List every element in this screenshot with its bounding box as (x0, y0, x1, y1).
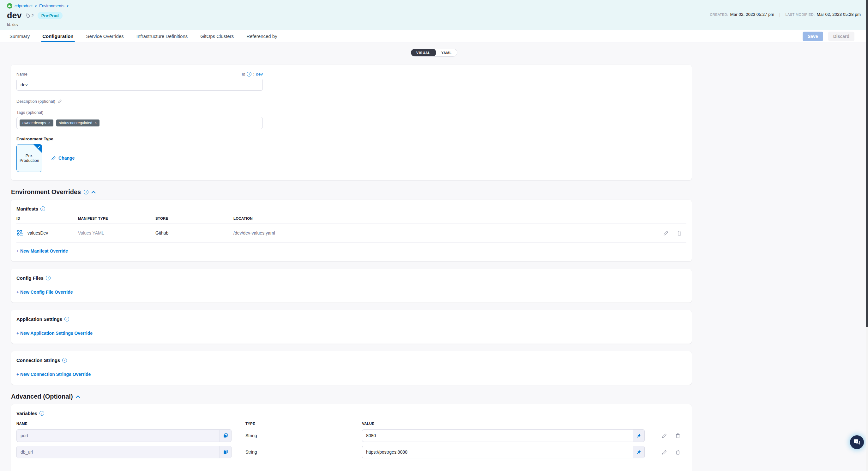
id-value-link[interactable]: dev (256, 72, 263, 77)
save-button[interactable]: Save (803, 32, 823, 41)
new-application-settings-override-link[interactable]: + New Application Settings Override (17, 331, 93, 336)
edit-variable-button[interactable] (662, 433, 667, 438)
page-header: cdproduct > Environments > dev 2 Pre-Pro… (0, 0, 868, 30)
new-manifest-override-link[interactable]: + New Manifest Override (17, 248, 68, 254)
copy-icon (223, 433, 228, 438)
info-icon[interactable]: i (39, 411, 44, 416)
change-env-type-link[interactable]: Change (51, 155, 74, 160)
variable-name-input[interactable] (17, 446, 219, 458)
variables-title: Variables (17, 411, 37, 416)
edit-manifest-button[interactable] (663, 230, 669, 236)
delete-variable-button[interactable] (675, 433, 680, 438)
created-label: CREATED: (710, 13, 728, 17)
edit-description-icon[interactable] (58, 99, 62, 104)
info-icon[interactable]: i (40, 206, 45, 211)
tab-configuration[interactable]: Configuration (42, 30, 73, 42)
tab-gitops-clusters[interactable]: GitOps Clusters (200, 30, 234, 42)
tag-chip-label: status:nonregulated (59, 121, 92, 125)
variable-row: String (17, 429, 686, 442)
visual-yaml-toggle: VISUAL YAML (411, 49, 458, 57)
discard-button[interactable]: Discard (828, 32, 855, 41)
tab-infrastructure-definitions[interactable]: Infrastructure Definitions (136, 30, 188, 42)
page-title: dev (7, 11, 22, 20)
tags-label: Tags (optional) (17, 110, 686, 115)
pin-value-button[interactable] (633, 446, 645, 458)
variable-name-input[interactable] (17, 429, 219, 442)
tab-referenced-by[interactable]: Referenced by (246, 30, 277, 42)
variable-value-group (362, 429, 645, 442)
breadcrumb-environments-link[interactable]: Environments (39, 3, 64, 8)
breadcrumb-separator: > (67, 4, 69, 8)
pre-prod-badge: Pre-Prod (38, 12, 63, 19)
variable-row-actions (662, 433, 680, 438)
help-chat-button[interactable]: ? (850, 435, 864, 449)
delete-manifest-button[interactable] (677, 230, 682, 236)
name-label: Name (17, 72, 28, 77)
chevron-up-icon[interactable] (76, 395, 80, 398)
new-connection-strings-override-link[interactable]: + New Connection Strings Override (17, 372, 91, 377)
new-config-file-override-link[interactable]: + New Config File Override (17, 290, 73, 295)
manifest-id-cell: valuesDev (17, 230, 78, 237)
info-icon[interactable]: i (46, 276, 51, 281)
scrollbar-track[interactable] (866, 0, 868, 471)
copy-variable-button[interactable] (219, 429, 231, 442)
variable-row: String (17, 446, 686, 458)
variable-value-input[interactable] (362, 446, 633, 458)
manifest-store: Github (155, 230, 234, 235)
pin-value-button[interactable] (633, 429, 645, 442)
tag-chip-label: owner:devops (23, 121, 46, 125)
check-icon: ✓ (38, 145, 41, 149)
manifests-title: Manifests (17, 206, 38, 211)
tag-chip: status:nonregulated × (56, 119, 99, 126)
environment-overrides-header: Environment Overrides i (11, 188, 692, 196)
pin-icon (637, 450, 641, 454)
breadcrumb-project-link[interactable]: cdproduct (14, 3, 33, 8)
trash-icon (677, 230, 682, 236)
remove-tag-icon[interactable]: × (94, 121, 97, 125)
pencil-icon (51, 156, 56, 160)
advanced-title: Advanced (Optional) (11, 393, 73, 400)
column-manifest-type: MANIFEST TYPE (78, 216, 155, 220)
advanced-header: Advanced (Optional) (11, 393, 692, 400)
main-column: Name Id i : dev Description (optional) T… (11, 65, 692, 471)
copy-variable-button[interactable] (219, 446, 231, 458)
connection-strings-title-row: Connection Strings i (17, 357, 686, 363)
pencil-icon (663, 230, 669, 236)
scrollbar-thumb[interactable] (866, 0, 868, 327)
name-input[interactable] (17, 79, 263, 91)
column-store: STORE (155, 216, 234, 220)
info-icon[interactable]: i (84, 190, 88, 195)
env-type-card-label: Pre-Production (18, 153, 41, 163)
column-type: TYPE (245, 422, 362, 425)
info-icon[interactable]: i (64, 317, 69, 322)
tab-summary[interactable]: Summary (9, 30, 30, 42)
variable-value-group (362, 446, 645, 458)
environment-id: Id: dev (7, 23, 868, 27)
manifests-title-row: Manifests i (17, 206, 686, 211)
id-inline: Id i : dev (242, 72, 263, 77)
chevron-up-icon[interactable] (91, 190, 96, 194)
manifest-values-icon (17, 230, 24, 237)
edit-variable-button[interactable] (662, 449, 667, 455)
created-value: Mar 02, 2023 05:27 pm (730, 12, 774, 17)
application-settings-title-row: Application Settings i (17, 317, 686, 322)
delete-variable-button[interactable] (675, 449, 680, 455)
toggle-visual[interactable]: VISUAL (411, 49, 436, 57)
env-type-card-pre-production[interactable]: ✓ Pre-Production (17, 144, 42, 172)
info-icon[interactable]: i (247, 72, 251, 77)
toggle-yaml[interactable]: YAML (436, 49, 457, 56)
last-modified-label: LAST MODIFIED: (785, 13, 815, 17)
breadcrumb-separator: > (35, 4, 37, 8)
variable-type: String (245, 433, 362, 438)
variable-value-input[interactable] (362, 429, 633, 442)
divider (17, 465, 686, 465)
tags-input[interactable]: owner:devops × status:nonregulated × (17, 117, 263, 129)
connection-strings-title: Connection Strings (17, 357, 60, 363)
name-field-header: Name Id i : dev (17, 72, 263, 77)
remove-tag-icon[interactable]: × (48, 121, 51, 125)
tab-bar: Summary Configuration Service Overrides … (0, 30, 868, 42)
tab-service-overrides[interactable]: Service Overrides (86, 30, 124, 42)
info-icon[interactable]: i (62, 358, 67, 362)
header-meta: CREATED: Mar 02, 2023 05:27 pm | LAST MO… (710, 12, 861, 17)
variables-table-header: NAME TYPE VALUE (17, 422, 686, 425)
